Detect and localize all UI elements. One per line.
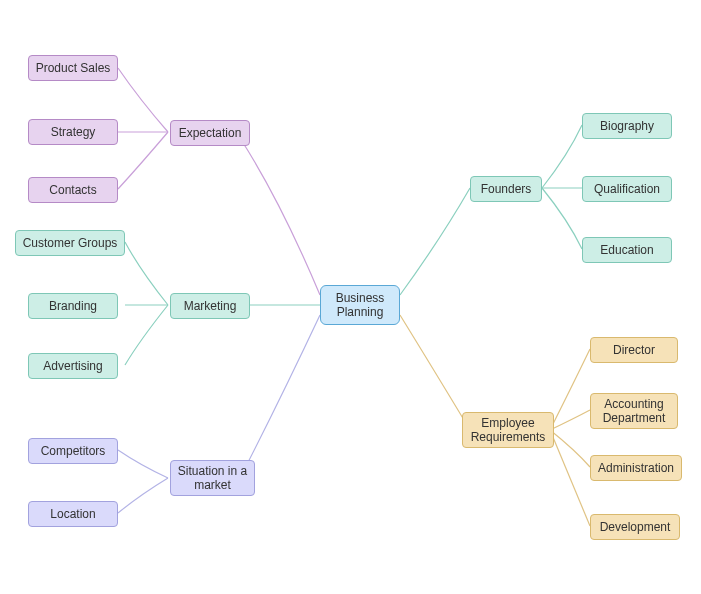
advertising-node: Advertising — [28, 353, 118, 379]
contacts-node: Contacts — [28, 177, 118, 203]
administration-node: Administration — [590, 455, 682, 481]
education-node: Education — [582, 237, 672, 263]
accounting-node: Accounting Department — [590, 393, 678, 429]
marketing-node: Marketing — [170, 293, 250, 319]
center-node: Business Planning — [320, 285, 400, 325]
founders-node: Founders — [470, 176, 542, 202]
branding-node: Branding — [28, 293, 118, 319]
biography-node: Biography — [582, 113, 672, 139]
director-node: Director — [590, 337, 678, 363]
product-sales-node: Product Sales — [28, 55, 118, 81]
qualification-node: Qualification — [582, 176, 672, 202]
competitors-node: Competitors — [28, 438, 118, 464]
employee-requirements-node: Employee Requirements — [462, 412, 554, 448]
strategy-node: Strategy — [28, 119, 118, 145]
development-node: Development — [590, 514, 680, 540]
customer-groups-node: Customer Groups — [15, 230, 125, 256]
location-node: Location — [28, 501, 118, 527]
expectation-node: Expectation — [170, 120, 250, 146]
situation-node: Situation in a market — [170, 460, 255, 496]
